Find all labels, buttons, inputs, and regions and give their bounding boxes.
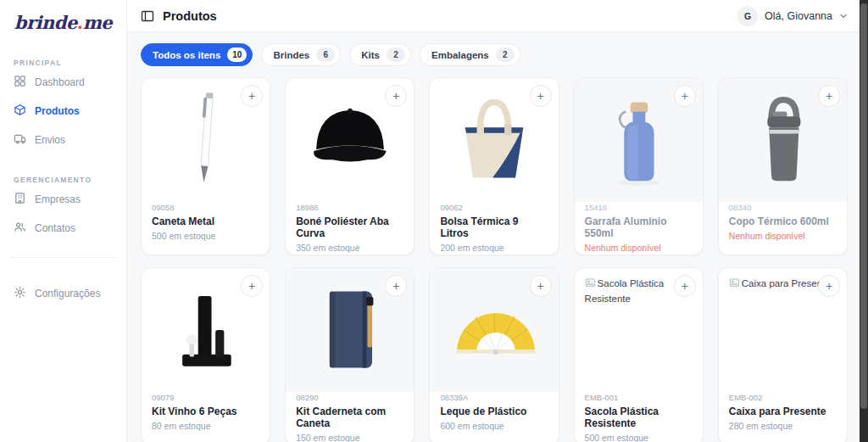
tab-todos-os-itens[interactable]: Todos os itens 10 xyxy=(141,43,253,66)
product-name: Caixa para Presente xyxy=(729,406,837,417)
contacts-icon xyxy=(14,221,26,236)
product-sku: 08290 xyxy=(296,393,403,402)
building-icon xyxy=(14,192,26,207)
product-card: + 15416 Garrafa Alumínio 550ml Nenhum di… xyxy=(574,77,704,255)
product-stock: Nenhum disponível xyxy=(729,231,837,241)
tab-count-badge: 2 xyxy=(387,48,405,62)
product-card: Caixa para Presente + EMB-002 Caixa para… xyxy=(718,267,848,442)
tab-label: Kits xyxy=(361,50,380,60)
add-product-button[interactable]: + xyxy=(530,275,552,297)
product-stock: 150 em estoque xyxy=(296,433,403,442)
product-name: Kit Caderneta com Caneta xyxy=(296,406,403,429)
product-stock: 600 em estoque xyxy=(440,421,548,431)
product-name: Leque de Plástico xyxy=(440,406,548,417)
sidebar-divider xyxy=(10,257,116,258)
product-name: Bolsa Térmica 9 Litros xyxy=(440,215,548,239)
product-stock: 80 em estoque xyxy=(152,421,259,431)
user-menu[interactable]: G Olá, Giovanna xyxy=(737,6,848,26)
box-icon xyxy=(14,104,26,119)
topbar: Produtos G Olá, Giovanna xyxy=(127,0,868,32)
add-product-button[interactable]: + xyxy=(674,275,696,297)
product-card: + 09079 Kit Vinho 6 Peças 80 em estoque xyxy=(141,267,270,442)
product-name: Boné Poliéster Aba Curva xyxy=(296,215,403,239)
chevron-down-icon xyxy=(839,12,848,20)
tab-count-badge: 6 xyxy=(316,48,335,62)
product-sku: 18986 xyxy=(296,203,403,212)
product-sku: 08340 xyxy=(729,203,837,212)
product-card: Sacola Plástica Resistente + EMB-001 Sac… xyxy=(574,267,704,442)
sidebar-section-label: PRINCIPAL xyxy=(0,59,126,67)
product-card: + 08290 Kit Caderneta com Caneta 150 em … xyxy=(285,267,415,442)
logo[interactable]: brinde.me xyxy=(0,10,126,36)
product-card: + 09058 Caneta Metal 500 em estoque xyxy=(141,77,270,255)
product-stock: 500 em estoque xyxy=(585,433,693,442)
sidebar-item-configuracoes[interactable]: Configurações xyxy=(0,280,126,307)
add-product-button[interactable]: + xyxy=(241,275,263,297)
sidebar-item-label: Contatos xyxy=(35,222,75,234)
page-scrollbar[interactable] xyxy=(860,0,868,442)
add-product-button[interactable]: + xyxy=(674,85,696,107)
sidebar-section-label: GERENCIAMENTO xyxy=(0,176,126,184)
product-stock: 200 em estoque xyxy=(440,243,548,253)
product-stock: 350 em estoque xyxy=(296,243,403,253)
product-sku: 08339A xyxy=(440,393,548,402)
product-name: Copo Térmico 600ml xyxy=(729,215,837,227)
sidebar-item-envios[interactable]: Envios xyxy=(0,126,126,154)
sidebar-item-produtos[interactable]: Produtos xyxy=(0,98,126,125)
sidebar-item-label: Envios xyxy=(35,134,65,146)
sidebar-item-label: Empresas xyxy=(35,193,81,205)
sidebar: brinde.me PRINCIPAL Dashboard Produtos E… xyxy=(0,0,127,442)
product-card: + 18986 Boné Poliéster Aba Curva 350 em … xyxy=(285,77,415,255)
content: Todos os itens 10 Brindes 6 Kits 2 Embal… xyxy=(127,32,868,442)
sidebar-item-dashboard[interactable]: Dashboard xyxy=(0,69,126,96)
product-name: Garrafa Alumínio 550ml xyxy=(585,215,693,239)
sidebar-nav: PRINCIPAL Dashboard Produtos Envios GERE… xyxy=(0,36,126,242)
add-product-button[interactable]: + xyxy=(818,275,840,297)
broken-image-alt-text: Caixa para Presente xyxy=(729,277,831,292)
add-product-button[interactable]: + xyxy=(818,85,840,107)
product-sku: 09058 xyxy=(152,203,259,212)
tab-embalagens[interactable]: Embalagens 2 xyxy=(420,43,520,66)
product-card: + 08340 Copo Térmico 600ml Nenhum dispon… xyxy=(718,77,848,255)
shipment-icon xyxy=(14,132,26,148)
gear-icon xyxy=(14,286,26,301)
logo-text: brinde xyxy=(14,12,77,33)
tab-kits[interactable]: Kits 2 xyxy=(349,43,411,66)
tab-label: Todos os itens xyxy=(153,50,220,60)
app-window: brinde.me PRINCIPAL Dashboard Produtos E… xyxy=(0,0,868,442)
sidebar-item-label: Configurações xyxy=(35,288,100,299)
product-sku: 09062 xyxy=(440,203,548,212)
user-greeting: Olá, Giovanna xyxy=(765,10,832,22)
filter-tabs: Todos os itens 10 Brindes 6 Kits 2 Embal… xyxy=(141,43,848,66)
logo-text-suffix: me xyxy=(83,12,113,33)
add-product-button[interactable]: + xyxy=(241,85,263,107)
product-sku: 09079 xyxy=(152,393,259,402)
broken-image-icon xyxy=(585,278,598,288)
sidebar-item-contatos[interactable]: Contatos xyxy=(0,215,126,242)
product-sku: EMB-001 xyxy=(585,393,693,402)
sidebar-toggle-icon[interactable] xyxy=(141,9,154,23)
sidebar-item-label: Dashboard xyxy=(35,76,85,88)
product-card: + 08339A Leque de Plástico 600 em estoqu… xyxy=(429,267,559,442)
tab-count-badge: 10 xyxy=(227,48,247,62)
tab-count-badge: 2 xyxy=(496,48,515,62)
tab-label: Brindes xyxy=(273,50,309,60)
product-card: + 09062 Bolsa Térmica 9 Litros 200 em es… xyxy=(429,77,559,255)
product-stock: Nenhum disponível xyxy=(585,243,693,253)
broken-image-icon xyxy=(729,278,742,288)
logo-dot: . xyxy=(77,12,83,33)
product-name: Sacola Plástica Resistente xyxy=(585,406,693,429)
tab-brindes[interactable]: Brindes 6 xyxy=(261,43,341,66)
product-stock: 500 em estoque xyxy=(152,231,259,241)
main-area: Produtos G Olá, Giovanna Todos os itens … xyxy=(127,0,868,442)
tab-label: Embalagens xyxy=(431,50,489,60)
avatar: G xyxy=(737,6,758,26)
product-sku: EMB-002 xyxy=(729,393,837,402)
product-name: Kit Vinho 6 Peças xyxy=(152,406,259,417)
sidebar-item-label: Produtos xyxy=(35,105,80,117)
page-title: Produtos xyxy=(163,9,217,23)
product-grid: + 09058 Caneta Metal 500 em estoque + 18… xyxy=(141,77,848,442)
sidebar-item-empresas[interactable]: Empresas xyxy=(0,186,126,213)
add-product-button[interactable]: + xyxy=(530,85,552,107)
scrollbar-thumb[interactable] xyxy=(860,3,867,409)
